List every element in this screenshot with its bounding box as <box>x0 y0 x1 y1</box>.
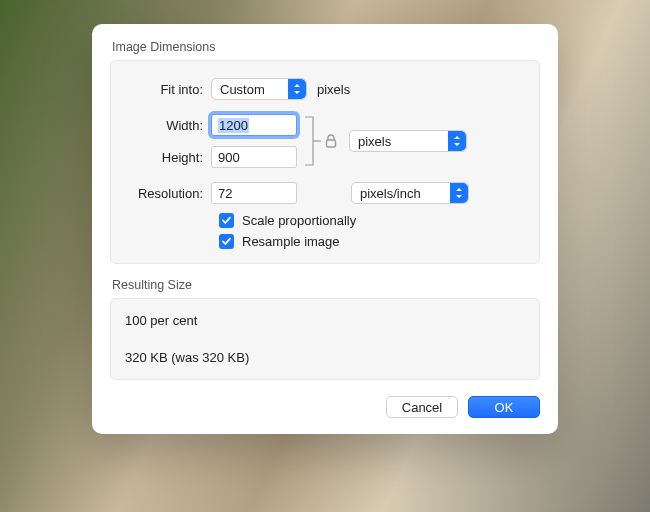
resulting-size-group: 100 per cent 320 KB (was 320 KB) <box>110 298 540 380</box>
lock-icon[interactable] <box>323 133 339 149</box>
select-arrows-icon <box>450 183 468 203</box>
width-label: Width: <box>125 118 211 133</box>
scale-proportionally-checkbox[interactable] <box>219 213 234 228</box>
resulting-filesize-text: 320 KB (was 320 KB) <box>125 350 525 365</box>
fit-into-label: Fit into: <box>125 82 211 97</box>
resolution-unit-value: pixels/inch <box>360 186 421 201</box>
image-dimensions-dialog: Image Dimensions Fit into: Custom pixels… <box>92 24 558 434</box>
wh-unit-value: pixels <box>358 134 391 149</box>
wh-unit-select[interactable]: pixels <box>349 130 467 152</box>
height-label: Height: <box>125 150 211 165</box>
fit-into-unit-label: pixels <box>317 82 350 97</box>
image-dimensions-group: Fit into: Custom pixels Width: 1200 Heig… <box>110 60 540 264</box>
image-dimensions-legend: Image Dimensions <box>112 40 540 54</box>
proportional-link-bracket <box>303 113 323 169</box>
cancel-button[interactable]: Cancel <box>386 396 458 418</box>
scale-proportionally-label: Scale proportionally <box>242 213 356 228</box>
resolution-label: Resolution: <box>125 186 211 201</box>
select-arrows-icon <box>448 131 466 151</box>
resample-image-checkbox[interactable] <box>219 234 234 249</box>
resolution-input[interactable]: 72 <box>211 182 297 204</box>
resulting-percent-text: 100 per cent <box>125 313 525 328</box>
select-arrows-icon <box>288 79 306 99</box>
resolution-unit-select[interactable]: pixels/inch <box>351 182 469 204</box>
ok-button[interactable]: OK <box>468 396 540 418</box>
height-input[interactable]: 900 <box>211 146 297 168</box>
width-input[interactable]: 1200 <box>211 114 297 136</box>
svg-rect-1 <box>327 140 336 147</box>
resample-image-label: Resample image <box>242 234 340 249</box>
fit-into-select[interactable]: Custom <box>211 78 307 100</box>
resulting-size-legend: Resulting Size <box>112 278 540 292</box>
fit-into-value: Custom <box>220 82 265 97</box>
